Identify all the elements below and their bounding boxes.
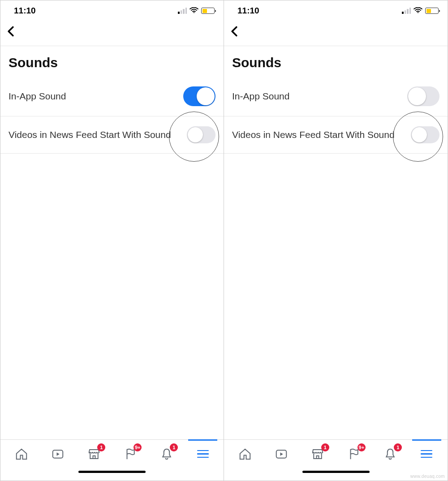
notifications-badge: 1: [394, 443, 402, 451]
status-bar: 11:10: [224, 0, 448, 19]
hamburger-icon: [421, 450, 432, 458]
setting-videos-sound: Videos in News Feed Start With Sound: [224, 116, 448, 154]
setting-in-app-sound: In-App Sound: [0, 77, 224, 116]
cellular-signal-icon: [178, 8, 187, 14]
tab-bar: 1 9+ 1: [224, 439, 448, 468]
setting-label: In-App Sound: [9, 90, 183, 102]
cellular-signal-icon: [402, 8, 411, 14]
battery-icon: [425, 8, 439, 14]
tab-home[interactable]: [3, 440, 39, 468]
groups-badge: 9+: [358, 443, 366, 451]
tab-home[interactable]: [227, 440, 263, 468]
videos-sound-toggle[interactable]: [411, 126, 439, 143]
nav-header: [224, 19, 448, 46]
page-title: Sounds: [224, 46, 448, 77]
tab-marketplace[interactable]: 1: [299, 440, 336, 468]
setting-label: Videos in News Feed Start With Sound: [9, 129, 187, 141]
watch-icon: [51, 447, 65, 461]
in-app-sound-toggle[interactable]: [407, 86, 439, 106]
videos-sound-toggle[interactable]: [187, 126, 215, 143]
home-icon: [238, 447, 252, 461]
wifi-icon: [414, 6, 422, 16]
tab-groups[interactable]: 9+: [336, 440, 372, 468]
screenshot-right: 11:10 Sounds In-App Sound Videos in News…: [224, 0, 448, 481]
wifi-icon: [190, 6, 198, 16]
tab-watch[interactable]: [263, 440, 299, 468]
setting-label: Videos in News Feed Start With Sound: [232, 129, 411, 141]
status-bar: 11:10: [0, 0, 224, 19]
status-time: 11:10: [237, 6, 259, 16]
tab-marketplace[interactable]: 1: [76, 440, 112, 468]
tab-notifications[interactable]: 1: [148, 440, 185, 468]
tab-menu[interactable]: [185, 440, 221, 468]
back-button[interactable]: [7, 26, 15, 39]
back-button[interactable]: [230, 26, 238, 39]
setting-videos-sound: Videos in News Feed Start With Sound: [0, 116, 224, 154]
home-icon: [15, 447, 28, 461]
watch-icon: [275, 447, 288, 461]
home-indicator: [0, 468, 224, 481]
status-time: 11:10: [14, 6, 36, 16]
in-app-sound-toggle[interactable]: [183, 86, 215, 106]
marketplace-badge: 1: [97, 443, 105, 451]
tab-groups[interactable]: 9+: [112, 440, 148, 468]
setting-in-app-sound: In-App Sound: [224, 77, 448, 116]
tab-menu[interactable]: [409, 440, 445, 468]
watermark: www.deuaq.com: [410, 474, 445, 479]
tab-bar: 1 9+ 1: [0, 439, 224, 468]
notifications-badge: 1: [170, 443, 178, 451]
screenshot-left: 11:10 Sounds In-App Sound Videos in News…: [0, 0, 224, 481]
setting-label: In-App Sound: [232, 90, 407, 102]
hamburger-icon: [197, 450, 209, 458]
tab-notifications[interactable]: 1: [372, 440, 409, 468]
page-title: Sounds: [0, 46, 224, 77]
groups-badge: 9+: [134, 443, 142, 451]
svg-point-2: [418, 12, 418, 13]
battery-icon: [201, 8, 215, 14]
nav-header: [0, 19, 224, 46]
tab-watch[interactable]: [39, 440, 76, 468]
svg-point-0: [194, 12, 194, 13]
marketplace-badge: 1: [321, 443, 329, 451]
